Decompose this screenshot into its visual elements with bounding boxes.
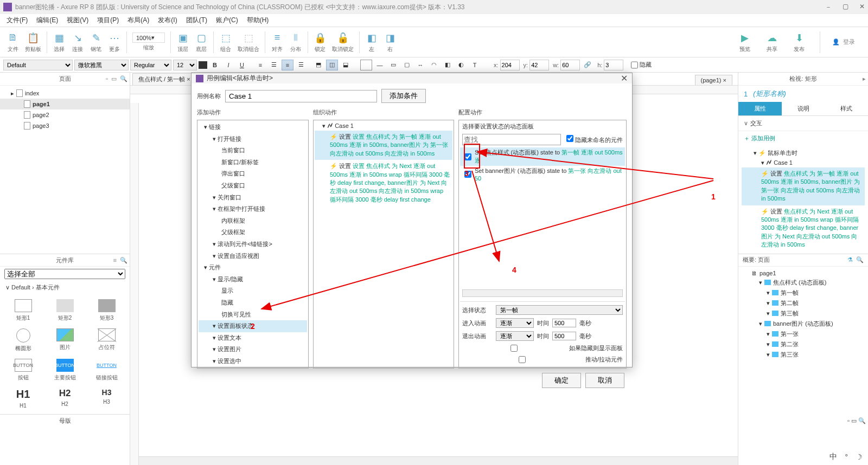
outline-filter-icon[interactable]: ⚗ xyxy=(847,256,853,263)
action-滚动到元件<锚链接>[interactable]: ▾ 滚动到元件<锚链接> xyxy=(199,238,307,250)
cancel-button[interactable]: 取消 xyxy=(585,373,624,388)
hide-checkbox[interactable] xyxy=(631,60,638,70)
add-page-icon[interactable]: ▫ xyxy=(106,75,108,82)
action-内联框架[interactable]: 内联框架 xyxy=(199,215,307,227)
line-button[interactable]: — xyxy=(374,60,386,70)
font-select[interactable]: 微软雅黑 xyxy=(74,60,129,70)
add-condition-button[interactable]: 添加条件 xyxy=(381,89,426,103)
border-button[interactable]: ▭ xyxy=(387,60,399,70)
anim-in-time[interactable] xyxy=(552,319,576,327)
cfg-scroll[interactable] xyxy=(462,289,623,297)
scrollbar-horizontal[interactable] xyxy=(139,456,738,465)
action-设置图片[interactable]: ▾ 设置图片 xyxy=(199,344,307,356)
ok-button[interactable]: 确定 xyxy=(542,373,581,388)
action-当前窗口[interactable]: 当前窗口 xyxy=(199,145,307,157)
right-icon[interactable]: ◨ xyxy=(384,31,397,44)
lock-ratio-icon[interactable]: 🔗 xyxy=(582,60,593,70)
preview-icon[interactable]: ▶ xyxy=(738,31,751,44)
publish-icon[interactable]: ⬇ xyxy=(793,31,806,44)
cfg-search-input[interactable] xyxy=(462,134,561,145)
left-icon[interactable]: ◧ xyxy=(365,31,378,44)
opacity-button[interactable]: ◐ xyxy=(455,60,467,70)
shadow-button[interactable]: ◧ xyxy=(442,60,454,70)
state-select[interactable]: 第一帧 xyxy=(496,305,623,315)
push-pull-checkbox[interactable] xyxy=(462,356,582,363)
unlock-icon[interactable]: 🔓 xyxy=(336,31,349,44)
menu-team[interactable]: 团队(T) xyxy=(182,14,212,27)
align-center-button[interactable]: ≡ xyxy=(282,60,293,70)
arrow-button[interactable]: ↔ xyxy=(414,60,426,70)
case-name-input[interactable] xyxy=(225,90,377,102)
underline-button[interactable]: U xyxy=(236,60,248,70)
organize-actions[interactable]: ▾ 🗲 Case 1 ⚡ 设置 设置 焦点样式 为 第一帧 逐渐 out 500… xyxy=(313,120,454,369)
action-设置选中[interactable]: ▾ 设置选中 xyxy=(199,356,307,367)
anim-out-select[interactable]: 逐渐 xyxy=(496,331,534,341)
lib-item-矩形3[interactable]: 矩形3 xyxy=(87,297,126,324)
lib-search-icon[interactable]: 🔍 xyxy=(120,257,127,264)
action-显示[interactable]: 显示 xyxy=(199,285,307,297)
menu-edit[interactable]: 编辑(E) xyxy=(32,14,62,27)
action-父级框架[interactable]: 父级框架 xyxy=(199,227,307,238)
valign-bot-button[interactable]: ⬓ xyxy=(340,60,352,70)
action-在框架中打开链接[interactable]: ▾ 在框架中打开链接 xyxy=(199,203,307,215)
h-input[interactable] xyxy=(604,60,623,70)
shape-name[interactable]: (矩形名称) xyxy=(753,89,786,99)
action-关闭窗口[interactable]: ▾ 关闭窗口 xyxy=(199,192,307,204)
page-page1[interactable]: page1 xyxy=(0,99,130,109)
canvas-tab-parent[interactable]: (page1) × xyxy=(695,75,732,85)
menu-help[interactable]: 帮助(H) xyxy=(242,14,273,27)
radius-button[interactable]: ◠ xyxy=(428,60,440,70)
outline-第二张[interactable]: ▾ 第二张 xyxy=(741,339,866,350)
dialog-close-button[interactable]: ✕ xyxy=(621,73,628,83)
maximize-button[interactable]: ▢ xyxy=(843,3,848,12)
more-icon[interactable]: ⋯ xyxy=(108,31,121,44)
ix-event[interactable]: ▾ ⚡ 鼠标单击时 xyxy=(742,148,865,158)
action-新窗口/新标签[interactable]: 新窗口/新标签 xyxy=(199,157,307,169)
weight-select[interactable]: Regular xyxy=(130,60,171,70)
tab-notes[interactable]: 说明 xyxy=(782,102,825,115)
org-action-2[interactable]: ⚡ 设置 设置 焦点样式 为 Next 逐渐 out 500ms 逐渐 in 5… xyxy=(315,160,452,206)
lib-item-H1[interactable]: H1H1 xyxy=(3,386,43,411)
clipboard-icon[interactable]: 📋 xyxy=(27,31,40,44)
cfg-panel-2[interactable]: Set banner图片 (动态面板) state to 第一张 向左滑动 ou… xyxy=(460,166,625,183)
anim-in-select[interactable]: 逐渐 xyxy=(496,318,534,328)
outline-page[interactable]: 🗎 page1 xyxy=(741,269,866,277)
y-input[interactable] xyxy=(529,60,549,70)
menu-view[interactable]: 视图(V) xyxy=(62,14,93,27)
x-input[interactable] xyxy=(500,60,520,70)
anim-out-time[interactable] xyxy=(552,332,576,340)
lock-icon[interactable]: 🔒 xyxy=(314,31,327,44)
border2-button[interactable]: ▢ xyxy=(401,60,413,70)
outline-第二帧[interactable]: ▾ 第二帧 xyxy=(741,298,866,308)
minimize-button[interactable]: － xyxy=(825,3,832,12)
fill-button[interactable] xyxy=(360,60,372,70)
zoom-select[interactable]: 100% ▾ xyxy=(132,33,165,43)
action-隐藏[interactable]: 隐藏 xyxy=(199,297,307,309)
menu-project[interactable]: 项目(P) xyxy=(93,14,123,27)
w-input[interactable] xyxy=(560,60,580,70)
library-select[interactable]: 选择全部 xyxy=(4,269,125,279)
inspector-collapse-icon[interactable]: ▸ xyxy=(863,75,866,82)
tab-style[interactable]: 样式 xyxy=(825,102,868,115)
select-icon[interactable]: ▦ xyxy=(53,31,66,44)
size-select[interactable]: 12 xyxy=(173,60,197,70)
actions-tree[interactable]: ▾ 链接▾ 打开链接当前窗口新窗口/新标签弹出窗口父级窗口▾ 关闭窗口▾ 在框架… xyxy=(197,120,309,369)
bullets-button[interactable]: ≡ xyxy=(254,60,266,70)
action-元件[interactable]: ▾ 元件 xyxy=(199,262,307,274)
action-父级窗口[interactable]: 父级窗口 xyxy=(199,180,307,192)
library-category[interactable]: ∨ Default › 基本元件 xyxy=(0,281,130,294)
share-icon[interactable]: ☁ xyxy=(765,31,778,44)
add-case-link[interactable]: ＋ 添加用例 xyxy=(738,131,868,146)
show-if-hidden-checkbox[interactable] xyxy=(462,345,566,352)
italic-button[interactable]: I xyxy=(222,60,234,70)
lib-menu-icon[interactable]: ≡ xyxy=(113,257,117,264)
search-icon[interactable]: 🔍 xyxy=(120,75,127,82)
close-button[interactable]: ✕ xyxy=(859,3,865,12)
align-icon[interactable]: ≡ xyxy=(271,31,284,44)
lib-item-矩形1[interactable]: 矩形1 xyxy=(3,297,43,324)
text-shadow-button[interactable]: T xyxy=(469,60,481,70)
action-设置文本[interactable]: ▾ 设置文本 xyxy=(199,332,307,344)
lib-item-链接按钮[interactable]: BUTTON链接按钮 xyxy=(87,357,126,384)
ix-action-2[interactable]: ⚡ 设置 焦点样式 为 Next 逐渐 out 500ms 逐渐 in 500m… xyxy=(742,205,865,251)
action-弹出窗口[interactable]: 弹出窗口 xyxy=(199,168,307,180)
